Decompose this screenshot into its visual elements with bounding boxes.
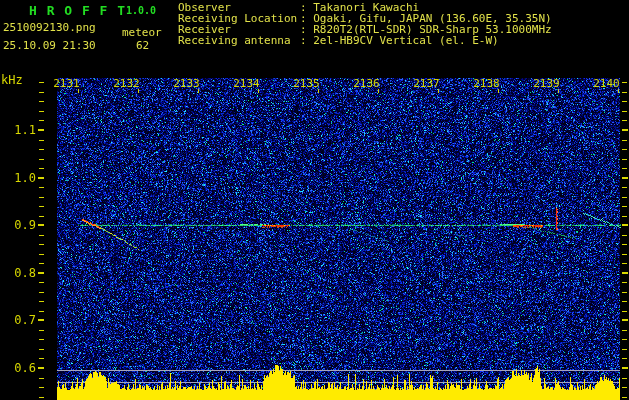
x-axis-label: 2135 bbox=[287, 78, 327, 89]
x-axis-label: 2139 bbox=[527, 78, 567, 89]
mode-label: meteor bbox=[122, 26, 162, 39]
info-separator: : bbox=[300, 34, 307, 47]
x-axis-label: 2136 bbox=[347, 78, 387, 89]
x-axis-label: 2131 bbox=[47, 78, 87, 89]
y-axis-label: 0.8 bbox=[2, 267, 36, 279]
app-version: 1.0.0 bbox=[126, 5, 156, 16]
hrofft-window: H R O F F T 1.0.0 2510092130.png meteor … bbox=[0, 0, 629, 400]
output-filename: 2510092130.png bbox=[3, 21, 96, 34]
x-axis-label: 2138 bbox=[467, 78, 507, 89]
y-axis-label: 1.1 bbox=[2, 124, 36, 136]
y-axis-unit: kHz bbox=[1, 74, 23, 86]
y-axis-label: 0.6 bbox=[2, 362, 36, 374]
x-axis-label: 2132 bbox=[107, 78, 147, 89]
app-title: H R O F F T bbox=[29, 3, 126, 18]
info-value: 2el-HB9CV Vertical (el. E-W) bbox=[313, 34, 498, 47]
info-row-antenna: Receiving antenna: 2el-HB9CV Vertical (e… bbox=[178, 35, 552, 46]
echo-count: 62 bbox=[136, 39, 149, 52]
x-axis-label: 2133 bbox=[167, 78, 207, 89]
y-axis-label: 0.9 bbox=[2, 219, 36, 231]
y-axis-label: 1.0 bbox=[2, 172, 36, 184]
datetime-label: 25.10.09 21:30 bbox=[3, 39, 96, 52]
x-axis-label: 2134 bbox=[227, 78, 267, 89]
x-axis-label: 2140 bbox=[587, 78, 627, 89]
station-info: Observer: Takanori Kawachi Receiving Loc… bbox=[178, 2, 552, 46]
info-label: Receiving antenna bbox=[178, 35, 300, 46]
x-axis-label: 2137 bbox=[407, 78, 447, 89]
y-axis-label: 0.7 bbox=[2, 314, 36, 326]
spectrogram-canvas bbox=[0, 0, 629, 400]
